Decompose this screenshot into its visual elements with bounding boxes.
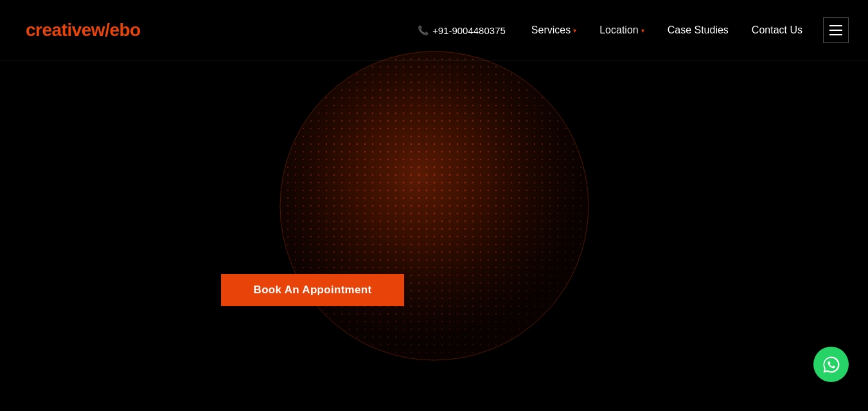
nav-item-contact-us[interactable]: Contact Us bbox=[743, 19, 811, 41]
chevron-down-icon: ▾ bbox=[573, 27, 576, 34]
phone-number: +91-9004480375 bbox=[432, 25, 506, 36]
whatsapp-button[interactable] bbox=[813, 347, 849, 382]
hamburger-line bbox=[829, 34, 842, 35]
nav-item-location[interactable]: Location ▾ bbox=[590, 19, 653, 41]
main-nav: 📞 +91-9004480375 Services ▾ Location ▾ C… bbox=[418, 17, 849, 43]
phone-icon: 📞 bbox=[418, 25, 429, 35]
header: creativew/ebo 📞 +91-9004480375 Services … bbox=[0, 0, 868, 61]
hamburger-line bbox=[829, 30, 842, 31]
logo-suffix: ebo bbox=[109, 20, 140, 40]
nav-item-services[interactable]: Services ▾ bbox=[522, 19, 585, 41]
hero-section bbox=[0, 0, 868, 411]
logo-prefix: creativew bbox=[26, 20, 105, 40]
book-appointment-button[interactable]: Book An Appointment bbox=[221, 274, 404, 306]
chevron-down-icon: ▾ bbox=[641, 27, 644, 34]
nav-item-case-studies[interactable]: Case Studies bbox=[659, 19, 738, 41]
logo[interactable]: creativew/ebo bbox=[26, 20, 141, 41]
nav-phone[interactable]: 📞 +91-9004480375 bbox=[418, 25, 506, 36]
hamburger-menu[interactable] bbox=[823, 17, 849, 43]
globe-visualization bbox=[267, 39, 601, 373]
svg-point-1231 bbox=[280, 51, 589, 360]
hamburger-line bbox=[829, 25, 842, 26]
